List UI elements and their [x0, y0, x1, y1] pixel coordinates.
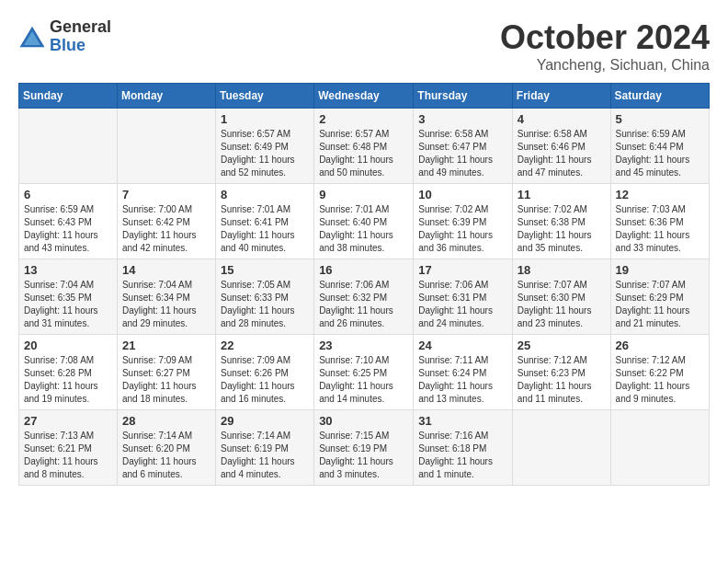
day-info: Sunrise: 6:57 AMSunset: 6:48 PMDaylight:…	[319, 128, 408, 179]
day-number: 30	[319, 414, 408, 428]
calendar-cell: 27Sunrise: 7:13 AMSunset: 6:21 PMDayligh…	[19, 410, 118, 486]
calendar-cell: 16Sunrise: 7:06 AMSunset: 6:32 PMDayligh…	[314, 259, 414, 335]
header-wednesday: Wednesday	[314, 84, 414, 109]
day-info: Sunrise: 6:58 AMSunset: 6:47 PMDaylight:…	[418, 128, 507, 179]
day-info: Sunrise: 6:58 AMSunset: 6:46 PMDaylight:…	[518, 128, 606, 179]
day-info: Sunrise: 6:59 AMSunset: 6:44 PMDaylight:…	[616, 128, 704, 179]
day-number: 2	[319, 112, 408, 126]
calendar-cell: 28Sunrise: 7:14 AMSunset: 6:20 PMDayligh…	[117, 410, 215, 486]
day-number: 5	[616, 112, 704, 126]
calendar-week-row: 27Sunrise: 7:13 AMSunset: 6:21 PMDayligh…	[19, 410, 710, 486]
day-number: 7	[122, 188, 210, 201]
calendar-cell: 30Sunrise: 7:15 AMSunset: 6:19 PMDayligh…	[314, 410, 414, 486]
header-saturday: Saturday	[610, 84, 709, 109]
day-number: 27	[24, 414, 112, 428]
day-number: 19	[616, 263, 704, 277]
day-info: Sunrise: 7:12 AMSunset: 6:23 PMDaylight:…	[518, 354, 606, 406]
day-number: 14	[122, 263, 210, 277]
day-number: 20	[24, 339, 112, 352]
header-thursday: Thursday	[414, 84, 513, 109]
calendar-cell: 8Sunrise: 7:01 AMSunset: 6:41 PMDaylight…	[215, 184, 313, 259]
day-info: Sunrise: 7:00 AMSunset: 6:42 PMDaylight:…	[122, 203, 210, 255]
day-number: 25	[518, 339, 606, 352]
day-info: Sunrise: 7:07 AMSunset: 6:30 PMDaylight:…	[518, 279, 606, 330]
day-info: Sunrise: 7:10 AMSunset: 6:25 PMDaylight:…	[319, 354, 408, 406]
day-info: Sunrise: 7:04 AMSunset: 6:35 PMDaylight:…	[24, 279, 112, 330]
calendar-header-row: Sunday Monday Tuesday Wednesday Thursday…	[19, 84, 710, 109]
month-title: October 2024	[500, 18, 710, 57]
calendar-cell	[19, 109, 118, 184]
calendar-cell: 5Sunrise: 6:59 AMSunset: 6:44 PMDaylight…	[610, 109, 709, 184]
calendar-cell: 7Sunrise: 7:00 AMSunset: 6:42 PMDaylight…	[117, 184, 215, 259]
day-number: 28	[122, 414, 210, 428]
calendar-cell: 20Sunrise: 7:08 AMSunset: 6:28 PMDayligh…	[19, 335, 118, 410]
calendar-cell: 17Sunrise: 7:06 AMSunset: 6:31 PMDayligh…	[414, 259, 513, 335]
day-number: 9	[319, 188, 408, 201]
day-number: 24	[418, 339, 507, 352]
day-number: 22	[221, 339, 309, 352]
day-info: Sunrise: 7:01 AMSunset: 6:41 PMDaylight:…	[221, 203, 309, 255]
day-number: 3	[418, 112, 507, 126]
calendar-cell: 25Sunrise: 7:12 AMSunset: 6:23 PMDayligh…	[512, 335, 610, 410]
day-info: Sunrise: 7:02 AMSunset: 6:39 PMDaylight:…	[418, 203, 507, 255]
calendar-cell: 4Sunrise: 6:58 AMSunset: 6:46 PMDaylight…	[512, 109, 610, 184]
calendar-cell	[512, 410, 610, 486]
day-info: Sunrise: 7:16 AMSunset: 6:18 PMDaylight:…	[418, 430, 507, 481]
calendar-cell: 15Sunrise: 7:05 AMSunset: 6:33 PMDayligh…	[215, 259, 313, 335]
header-tuesday: Tuesday	[215, 84, 313, 109]
logo-icon	[18, 23, 46, 51]
calendar-cell: 2Sunrise: 6:57 AMSunset: 6:48 PMDaylight…	[314, 109, 414, 184]
day-info: Sunrise: 7:14 AMSunset: 6:19 PMDaylight:…	[221, 430, 309, 481]
calendar-cell: 31Sunrise: 7:16 AMSunset: 6:18 PMDayligh…	[414, 410, 513, 486]
day-info: Sunrise: 7:05 AMSunset: 6:33 PMDaylight:…	[221, 279, 309, 330]
calendar-cell	[117, 109, 215, 184]
day-info: Sunrise: 7:11 AMSunset: 6:24 PMDaylight:…	[418, 354, 507, 406]
day-info: Sunrise: 6:59 AMSunset: 6:43 PMDaylight:…	[24, 203, 112, 255]
day-number: 21	[122, 339, 210, 352]
day-number: 13	[24, 263, 112, 277]
calendar-cell: 11Sunrise: 7:02 AMSunset: 6:38 PMDayligh…	[512, 184, 610, 259]
day-number: 29	[221, 414, 309, 428]
calendar-table: Sunday Monday Tuesday Wednesday Thursday…	[18, 83, 710, 486]
day-number: 23	[319, 339, 408, 352]
calendar-cell: 24Sunrise: 7:11 AMSunset: 6:24 PMDayligh…	[414, 335, 513, 410]
calendar-week-row: 1Sunrise: 6:57 AMSunset: 6:49 PMDaylight…	[19, 109, 710, 184]
page-header: General Blue October 2024 Yancheng, Sich…	[18, 18, 710, 74]
day-number: 8	[221, 188, 309, 201]
day-info: Sunrise: 7:09 AMSunset: 6:27 PMDaylight:…	[122, 354, 210, 406]
day-number: 26	[616, 339, 704, 352]
calendar-cell: 19Sunrise: 7:07 AMSunset: 6:29 PMDayligh…	[610, 259, 709, 335]
day-info: Sunrise: 7:08 AMSunset: 6:28 PMDaylight:…	[24, 354, 112, 406]
calendar-cell: 23Sunrise: 7:10 AMSunset: 6:25 PMDayligh…	[314, 335, 414, 410]
day-number: 4	[518, 112, 606, 126]
calendar-week-row: 6Sunrise: 6:59 AMSunset: 6:43 PMDaylight…	[19, 184, 710, 259]
day-info: Sunrise: 7:15 AMSunset: 6:19 PMDaylight:…	[319, 430, 408, 481]
title-section: October 2024 Yancheng, Sichuan, China	[500, 18, 710, 74]
day-number: 18	[518, 263, 606, 277]
day-info: Sunrise: 7:13 AMSunset: 6:21 PMDaylight:…	[24, 430, 112, 481]
day-info: Sunrise: 7:01 AMSunset: 6:40 PMDaylight:…	[319, 203, 408, 255]
day-number: 12	[616, 188, 704, 201]
day-number: 1	[221, 112, 309, 126]
calendar-week-row: 20Sunrise: 7:08 AMSunset: 6:28 PMDayligh…	[19, 335, 710, 410]
calendar-cell	[610, 410, 709, 486]
calendar-cell: 1Sunrise: 6:57 AMSunset: 6:49 PMDaylight…	[215, 109, 313, 184]
day-info: Sunrise: 7:06 AMSunset: 6:32 PMDaylight:…	[319, 279, 408, 330]
day-number: 11	[518, 188, 606, 201]
header-monday: Monday	[117, 84, 215, 109]
header-friday: Friday	[512, 84, 610, 109]
calendar-cell: 9Sunrise: 7:01 AMSunset: 6:40 PMDaylight…	[314, 184, 414, 259]
calendar-cell: 10Sunrise: 7:02 AMSunset: 6:39 PMDayligh…	[414, 184, 513, 259]
day-info: Sunrise: 6:57 AMSunset: 6:49 PMDaylight:…	[221, 128, 309, 179]
logo: General Blue	[18, 18, 111, 55]
calendar-cell: 22Sunrise: 7:09 AMSunset: 6:26 PMDayligh…	[215, 335, 313, 410]
logo-blue-text: Blue	[50, 37, 111, 55]
header-sunday: Sunday	[19, 84, 118, 109]
day-number: 10	[418, 188, 507, 201]
calendar-cell: 21Sunrise: 7:09 AMSunset: 6:27 PMDayligh…	[117, 335, 215, 410]
day-number: 15	[221, 263, 309, 277]
day-number: 17	[418, 263, 507, 277]
day-info: Sunrise: 7:03 AMSunset: 6:36 PMDaylight:…	[616, 203, 704, 255]
calendar-cell: 6Sunrise: 6:59 AMSunset: 6:43 PMDaylight…	[19, 184, 118, 259]
calendar-cell: 13Sunrise: 7:04 AMSunset: 6:35 PMDayligh…	[19, 259, 118, 335]
